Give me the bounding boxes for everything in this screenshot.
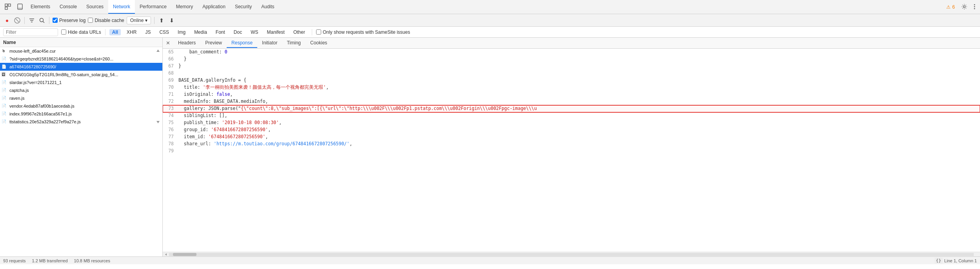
filter-doc[interactable]: Doc bbox=[231, 29, 245, 35]
filter-ws[interactable]: WS bbox=[248, 29, 261, 35]
warning-badge: ⚠ 6 bbox=[943, 0, 958, 14]
tab-sources[interactable]: Sources bbox=[82, 0, 108, 14]
tab-application-label: Application bbox=[202, 4, 225, 9]
tab-security[interactable]: Security bbox=[230, 0, 256, 14]
warning-icon: ⚠ bbox=[946, 4, 951, 10]
filter-js[interactable]: JS bbox=[142, 29, 153, 35]
export-button[interactable]: ⬇ bbox=[168, 16, 176, 24]
tab-inspect-icon[interactable] bbox=[2, 0, 14, 14]
svg-point-14 bbox=[40, 18, 44, 22]
requests-header: Name bbox=[0, 38, 162, 47]
code-viewer[interactable]: 65 ban_comment: 0 66 } 67 } 68 69 BASE_D… bbox=[163, 49, 980, 252]
menu-icon[interactable] bbox=[971, 0, 978, 14]
tab-console-label: Console bbox=[60, 4, 77, 9]
tab-headers[interactable]: Headers bbox=[173, 38, 200, 48]
scroll-left-button[interactable] bbox=[163, 253, 169, 256]
disable-cache-label[interactable]: Disable cache bbox=[88, 18, 124, 23]
filter-img[interactable]: Img bbox=[175, 29, 188, 35]
record-button[interactable]: ● bbox=[3, 16, 11, 24]
request-item-0[interactable]: 🖱 mouse-left_d6ac45e.cur bbox=[0, 47, 162, 55]
position-text: Line 1, Column 1 bbox=[944, 258, 977, 263]
settings-icon[interactable] bbox=[958, 0, 971, 14]
tab-timing[interactable]: Timing bbox=[282, 38, 305, 48]
tab-performance[interactable]: Performance bbox=[135, 0, 171, 14]
req-name-0: mouse-left_d6ac45e.cur bbox=[9, 49, 156, 53]
code-line-78: 78 share_url: 'https://m.toutiao.com/gro… bbox=[163, 141, 980, 148]
req-name-2: a674841667280725690/ bbox=[9, 64, 161, 69]
code-line-66: 66 } bbox=[163, 56, 980, 63]
tab-preview[interactable]: Preview bbox=[200, 38, 227, 48]
scrollbar-up-arrow[interactable] bbox=[156, 49, 160, 53]
status-bar: 93 requests 1.2 MB transferred 10.8 MB r… bbox=[0, 256, 980, 264]
filter-input[interactable] bbox=[3, 28, 58, 36]
req-name-9: ttstatistics.20e52a329a227ef9a27e.js bbox=[9, 119, 156, 124]
filter-button[interactable] bbox=[28, 16, 36, 24]
disable-cache-checkbox[interactable] bbox=[88, 18, 93, 23]
filter-font[interactable]: Font bbox=[213, 29, 228, 35]
svg-point-5 bbox=[964, 5, 965, 7]
tab-cookies[interactable]: Cookies bbox=[305, 38, 332, 48]
same-site-checkbox[interactable] bbox=[316, 29, 321, 35]
filter-xhr[interactable]: XHR bbox=[124, 29, 139, 35]
filter-all[interactable]: All bbox=[109, 29, 121, 35]
search-button[interactable] bbox=[38, 16, 46, 24]
svg-rect-0 bbox=[5, 4, 7, 6]
request-item-2[interactable]: 📄 a674841667280725690/ bbox=[0, 63, 162, 71]
sep-2 bbox=[49, 17, 49, 24]
request-item-8[interactable]: 📄 index.99f967e2b166aca567e1.js bbox=[0, 110, 162, 118]
request-item-6[interactable]: 📄 raven.js bbox=[0, 94, 162, 102]
json-icon: {} bbox=[935, 258, 943, 264]
import-button[interactable]: ⬆ bbox=[158, 16, 165, 24]
throttle-label: Online bbox=[130, 18, 144, 23]
request-item-7[interactable]: 📄 vendor.4edab87af00b1aecedab.js bbox=[0, 102, 162, 110]
tab-elements[interactable]: Elements bbox=[26, 0, 55, 14]
close-response-button[interactable]: ✕ bbox=[166, 40, 170, 46]
filter-media[interactable]: Media bbox=[191, 29, 210, 35]
scroll-thumb[interactable] bbox=[173, 253, 196, 256]
throttle-dropdown[interactable]: Online ▾ bbox=[127, 16, 151, 24]
request-item-3[interactable]: 🖼 O1CN01Gbg5pT2G1RL9m8lfq_!!0-saturn_sol… bbox=[0, 71, 162, 79]
tab-elements-label: Elements bbox=[31, 4, 50, 9]
req-icon-1: 📄 bbox=[2, 57, 8, 61]
request-item-1[interactable]: 📄 ?sid=geqrbzndt1581862146406&type=close… bbox=[0, 55, 162, 63]
svg-rect-3 bbox=[18, 4, 22, 9]
code-line-70: 70 title: '李一桐街拍美图来袭！颜值太高，每一个视角都完美无瑕', bbox=[163, 84, 980, 91]
requests-count: 93 requests bbox=[3, 258, 25, 263]
preserve-log-label[interactable]: Preserve log bbox=[53, 18, 85, 23]
filter-css[interactable]: CSS bbox=[156, 29, 172, 35]
svg-rect-2 bbox=[5, 7, 7, 9]
code-line-73: 73 gallery: JSON.parse("{\"count\":8,\"s… bbox=[163, 105, 980, 112]
tab-response[interactable]: Response bbox=[227, 38, 257, 48]
svg-marker-18 bbox=[165, 253, 167, 256]
code-line-67: 67 } bbox=[163, 63, 980, 70]
request-item-9[interactable]: 📄 ttstatistics.20e52a329a227ef9a27e.js bbox=[0, 118, 162, 126]
warning-count: 6 bbox=[952, 4, 955, 10]
tab-console[interactable]: Console bbox=[55, 0, 82, 14]
tab-application[interactable]: Application bbox=[198, 0, 230, 14]
code-line-76: 76 group_id: '6748416672807256590', bbox=[163, 126, 980, 134]
requests-list[interactable]: 🖱 mouse-left_d6ac45e.cur 📄 ?sid=geqrbznd… bbox=[0, 47, 162, 256]
filter-manifest[interactable]: Manifest bbox=[264, 29, 287, 35]
clear-button[interactable] bbox=[13, 16, 21, 24]
tab-initiator[interactable]: Initiator bbox=[257, 38, 282, 48]
horizontal-scrollbar[interactable] bbox=[163, 252, 980, 256]
tab-performance-label: Performance bbox=[140, 4, 167, 9]
hide-data-urls-text: Hide data URLs bbox=[68, 29, 101, 35]
req-icon-9: 📄 bbox=[2, 119, 8, 124]
preserve-log-text: Preserve log bbox=[59, 18, 85, 23]
req-name-6: raven.js bbox=[9, 96, 161, 101]
tab-network[interactable]: Network bbox=[108, 0, 135, 14]
tab-audits[interactable]: Audits bbox=[256, 0, 279, 14]
tab-device-icon[interactable] bbox=[14, 0, 26, 14]
filter-other[interactable]: Other bbox=[291, 29, 308, 35]
scrollbar-down-arrow[interactable] bbox=[156, 119, 160, 124]
hide-data-urls-checkbox[interactable] bbox=[61, 29, 66, 35]
svg-line-15 bbox=[43, 21, 45, 23]
same-site-label[interactable]: Only show requests with SameSite issues bbox=[316, 29, 410, 35]
request-item-4[interactable]: 📄 slardar.js?ver=20171221_1 bbox=[0, 79, 162, 86]
code-line-65: 65 ban_comment: 0 bbox=[163, 49, 980, 56]
hide-data-urls-label[interactable]: Hide data URLs bbox=[61, 29, 101, 35]
request-item-5[interactable]: 📄 captcha.js bbox=[0, 86, 162, 94]
tab-memory[interactable]: Memory bbox=[171, 0, 198, 14]
preserve-log-checkbox[interactable] bbox=[53, 18, 58, 23]
